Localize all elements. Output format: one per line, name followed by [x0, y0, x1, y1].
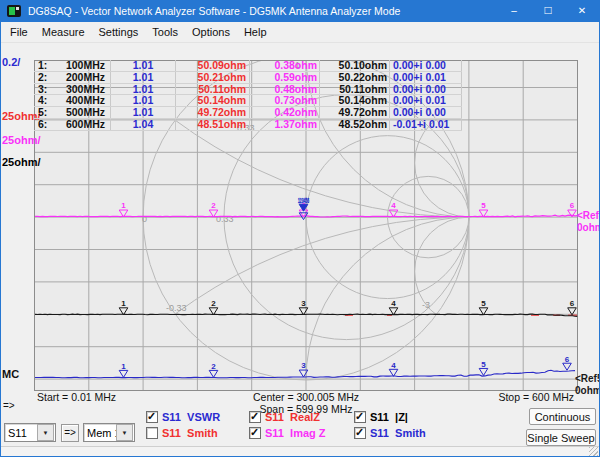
ref4-line2: 0ohm: [577, 222, 600, 234]
cell-smith: 0.00+i 0.00: [390, 60, 462, 71]
scale-label-0: 0.2/: [2, 56, 20, 68]
resize-grip-icon[interactable]: [589, 447, 598, 456]
checkbox-label: S11 RealZ: [265, 411, 320, 423]
cell-vswr: 1.01: [111, 107, 176, 118]
ref5-line2: 0ohm: [575, 385, 600, 397]
cell-vswr: 1.01: [111, 60, 176, 71]
marker-index: 2:: [38, 72, 47, 83]
scale-label-3: 25ohm/: [2, 156, 41, 168]
marker-index: 1:: [38, 60, 47, 71]
cell-real_z: 48.51ohm: [176, 119, 250, 130]
cell-frequency: 6:600MHz: [34, 119, 111, 130]
checkbox-label: S11 |Z|: [370, 411, 408, 423]
checked-checkbox-icon[interactable]: [354, 427, 366, 439]
axis-start-label: Start = 0.01 MHz: [37, 391, 116, 403]
checkbox-s11-realz[interactable]: S11 RealZ: [249, 410, 320, 423]
sweep-hint: =>: [3, 400, 15, 411]
marker-index: 6:: [38, 119, 47, 130]
cell-mag_z: 48.52ohm: [320, 119, 390, 130]
transfer-button[interactable]: =>: [61, 424, 79, 442]
cell-mag_z: 50.10ohm: [320, 60, 390, 71]
single-sweep-button[interactable]: Single Sweep: [526, 429, 596, 446]
cell-mag_z: 50.22ohm: [320, 72, 390, 83]
cell-real_z: 50.21ohm: [176, 72, 250, 83]
checked-checkbox-icon[interactable]: [146, 411, 158, 423]
table-row: 6:600MHz1.0448.51ohm1.37ohm48.52ohm-0.01…: [34, 119, 462, 131]
marker-number: 2: [211, 362, 216, 371]
continuous-button[interactable]: Continuous: [529, 408, 596, 425]
cell-real_z: 50.14ohm: [176, 95, 250, 106]
marker-number: 3: [301, 361, 306, 370]
checked-checkbox-icon[interactable]: [354, 411, 366, 423]
cell-real_z: 49.72ohm: [176, 107, 250, 118]
marker-number: 4: [391, 201, 396, 210]
marker-frequency: 200MHz: [66, 72, 105, 83]
svg-text:0.33: 0.33: [216, 214, 234, 224]
marker-number: 2: [211, 299, 216, 308]
marker-index: 5:: [38, 107, 47, 118]
marker-number: 1: [121, 362, 126, 371]
marker-index: 3:: [38, 84, 47, 95]
cell-imag_z: 1.37ohm: [250, 119, 320, 130]
svg-text:-3: -3: [422, 300, 430, 310]
marker-frequency: 600MHz: [66, 119, 105, 130]
marker-frequency: 500MHz: [66, 107, 105, 118]
chevron-down-icon[interactable]: ▼: [37, 424, 54, 441]
cell-real_z: 50.09ohm: [176, 60, 250, 71]
marker-frequency: 400MHz: [66, 95, 105, 106]
marker-number: 2: [211, 201, 216, 210]
marker-frequency: 100MHz: [66, 60, 105, 71]
table-row: 1:100MHz1.0150.09ohm0.38ohm50.10ohm0.00+…: [34, 60, 462, 72]
cell-vswr: 1.01: [111, 72, 176, 83]
marker-number: 5: [481, 299, 486, 308]
cell-imag_z: 0.48ohm: [250, 84, 320, 95]
cell-smith: 0.00+i 0.00: [390, 107, 462, 118]
scale-label-2: 25ohm/: [2, 134, 41, 146]
marker-number: 6: [570, 299, 575, 308]
memory-select-value: Mem 1: [84, 427, 116, 439]
cell-imag_z: 0.42ohm: [250, 107, 320, 118]
mc-label: MC: [2, 368, 19, 380]
memory-select[interactable]: Mem 1 ▼: [83, 423, 135, 442]
checked-checkbox-icon[interactable]: [249, 427, 261, 439]
cell-vswr: 1.01: [111, 84, 176, 95]
checkbox-s11-z-[interactable]: S11 |Z|: [354, 410, 408, 423]
cell-real_z: 50.11ohm: [176, 84, 250, 95]
ref5-label: <Ref5 0ohm: [575, 373, 600, 397]
table-row: 2:200MHz1.0150.21ohm0.59ohm50.22ohm0.00+…: [34, 72, 462, 84]
axis-stop-label: Stop = 600 MHz: [474, 391, 574, 403]
cell-smith: 0.00+i 0.00: [390, 84, 462, 95]
ref4-label: <Ref4 0ohm: [577, 210, 600, 234]
marker-frequency: 300MHz: [66, 84, 105, 95]
unchecked-checkbox-icon[interactable]: [146, 427, 158, 439]
table-row: 4:400MHz1.0150.14ohm0.73ohm50.14ohm0.00+…: [34, 95, 462, 107]
cell-mag_z: 50.11ohm: [320, 84, 390, 95]
cell-frequency: 5:500MHz: [34, 107, 111, 118]
cell-frequency: 4:400MHz: [34, 95, 111, 106]
checkbox-s11-smith[interactable]: S11 Smith: [354, 426, 426, 439]
smith-marker-numbers: 123456: [298, 196, 309, 205]
cell-mag_z: 50.14ohm: [320, 95, 390, 106]
marker-number: 4: [391, 361, 396, 370]
cell-frequency: 3:300MHz: [34, 84, 111, 95]
table-row: 3:300MHz1.0150.11ohm0.48ohm50.11ohm0.00+…: [34, 84, 462, 96]
checkbox-s11-smith[interactable]: S11 Smith: [146, 426, 218, 439]
cell-imag_z: 0.73ohm: [250, 95, 320, 106]
checkbox-label: S11 VSWR: [162, 411, 220, 423]
cell-imag_z: 0.59ohm: [250, 72, 320, 83]
axis-center-label: Center = 300.005 MHz: [253, 391, 359, 403]
svg-text:0: 0: [142, 214, 147, 224]
ref4-line1: <Ref4: [577, 210, 600, 222]
checkbox-s11-vswr[interactable]: S11 VSWR: [146, 410, 220, 423]
table-row: 5:500MHz1.0149.72ohm0.42ohm49.72ohm0.00+…: [34, 107, 462, 119]
cell-vswr: 1.01: [111, 95, 176, 106]
checked-checkbox-icon[interactable]: [249, 411, 261, 423]
cell-smith: 0.00+i 0.01: [390, 72, 462, 83]
chevron-down-icon[interactable]: ▼: [116, 424, 133, 441]
checkbox-s11-imag-z[interactable]: S11 Imag Z: [249, 426, 326, 439]
svg-text:-0.33: -0.33: [166, 303, 187, 313]
trace-select[interactable]: S11 ▼: [4, 423, 56, 442]
marker-number: 5: [481, 201, 486, 210]
marker-number: 6: [570, 201, 575, 210]
cell-frequency: 1:100MHz: [34, 60, 111, 71]
